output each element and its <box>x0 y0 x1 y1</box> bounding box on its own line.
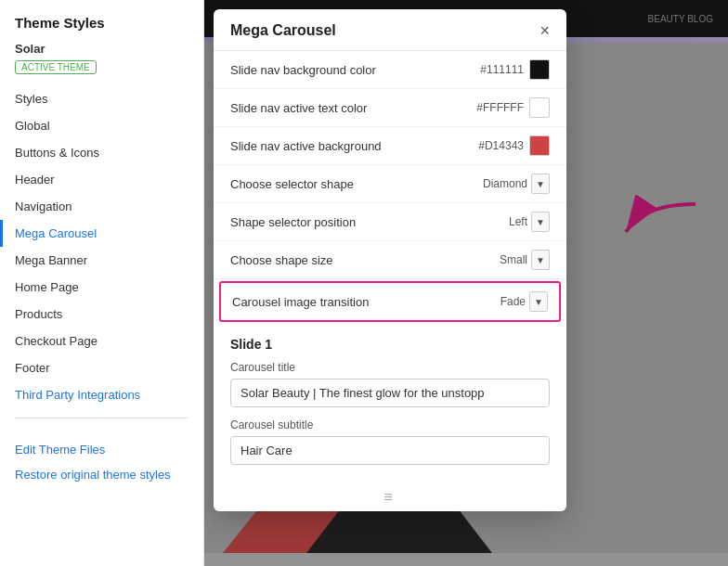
carousel-title-label: Carousel title <box>230 361 550 374</box>
sidebar-item-styles[interactable]: Styles <box>0 85 203 112</box>
setting-value-nav-active-text: #FFFFFF <box>476 97 550 118</box>
sidebar-divider <box>15 418 188 418</box>
setting-value-selector-position: Left ▼ <box>509 212 550 232</box>
sidebar-item-home-page[interactable]: Home Page <box>0 274 203 301</box>
setting-label-nav-bg-color: Slide nav background color <box>230 63 480 77</box>
setting-value-selector-shape: Diamond ▼ <box>483 174 550 194</box>
setting-label-shape-size: Choose shape size <box>230 253 500 267</box>
setting-label-nav-active-bg: Slide nav active background <box>230 139 478 153</box>
color-swatch-nav-active-text[interactable] <box>529 97 550 118</box>
sidebar-footer-links: Edit Theme Files Restore original theme … <box>0 428 203 496</box>
hex-value-nav-bg-color: #111111 <box>480 63 524 76</box>
modal-close-button[interactable]: × <box>540 22 550 39</box>
setting-value-image-transition: Fade ▼ <box>500 291 548 312</box>
hex-value-nav-active-bg: #D14343 <box>478 139 524 152</box>
sidebar-item-global[interactable]: Global <box>0 112 203 139</box>
setting-row-nav-bg-color: Slide nav background color #111111 <box>214 51 566 89</box>
modal-title: Mega Carousel <box>230 22 336 39</box>
slide-section: Slide 1 Carousel title Carousel subtitle <box>214 324 566 483</box>
sidebar-item-mega-banner[interactable]: Mega Banner <box>0 247 203 274</box>
sidebar-item-navigation[interactable]: Navigation <box>0 193 203 220</box>
select-text-selector-position: Left <box>509 215 527 228</box>
sidebar-item-header[interactable]: Header <box>0 166 203 193</box>
restore-theme-styles-link[interactable]: Restore original theme styles <box>0 462 203 487</box>
hex-value-nav-active-text: #FFFFFF <box>476 101 524 114</box>
dropdown-arrow-shape-size[interactable]: ▼ <box>531 250 550 270</box>
dropdown-arrow-selector-shape[interactable]: ▼ <box>531 174 550 194</box>
drag-handle[interactable]: ≡ <box>214 483 566 511</box>
carousel-subtitle-input[interactable] <box>230 436 550 465</box>
active-theme-badge: ACTIVE THEME <box>15 60 97 74</box>
sidebar-item-footer[interactable]: Footer <box>0 354 203 381</box>
setting-value-nav-active-bg: #D14343 <box>478 135 550 156</box>
sidebar-item-mega-carousel[interactable]: Mega Carousel <box>0 220 203 247</box>
setting-label-nav-active-text: Slide nav active text color <box>230 101 476 115</box>
dropdown-arrow-image-transition[interactable]: ▼ <box>529 291 548 312</box>
modal-header: Mega Carousel × <box>214 9 566 51</box>
sidebar: Theme Styles Solar ACTIVE THEME Styles G… <box>0 0 204 566</box>
main-content: P ▾ BEAUTY BLOG HEALTH & <box>204 0 728 566</box>
select-text-image-transition: Fade <box>500 295 526 308</box>
modal-overlay: Mega Carousel × Slide nav background col… <box>204 0 728 566</box>
sidebar-item-buttons-icons[interactable]: Buttons & Icons <box>0 139 203 166</box>
color-swatch-nav-active-bg[interactable] <box>529 135 550 156</box>
sidebar-title: Theme Styles <box>0 15 203 42</box>
mega-carousel-modal: Mega Carousel × Slide nav background col… <box>214 9 566 511</box>
sidebar-item-third-party[interactable]: Third Party Integrations <box>0 381 203 408</box>
setting-value-shape-size: Small ▼ <box>500 250 550 270</box>
setting-row-selector-position: Shape selector position Left ▼ <box>214 203 566 241</box>
setting-row-nav-active-bg: Slide nav active background #D14343 <box>214 127 566 165</box>
edit-theme-files-link[interactable]: Edit Theme Files <box>0 437 203 462</box>
setting-value-nav-bg-color: #111111 <box>480 59 550 80</box>
setting-label-selector-shape: Choose selector shape <box>230 177 483 191</box>
sidebar-item-products[interactable]: Products <box>0 301 203 328</box>
dropdown-arrow-selector-position[interactable]: ▼ <box>531 212 550 232</box>
modal-body: Slide nav background color #111111 Slide… <box>214 51 566 511</box>
sidebar-nav: Styles Global Buttons & Icons Header Nav… <box>0 85 203 408</box>
carousel-subtitle-label: Carousel subtitle <box>230 418 550 431</box>
sidebar-item-checkout-page[interactable]: Checkout Page <box>0 328 203 354</box>
select-text-selector-shape: Diamond <box>483 177 527 190</box>
setting-row-shape-size: Choose shape size Small ▼ <box>214 241 566 279</box>
color-swatch-nav-bg[interactable] <box>529 59 550 80</box>
setting-row-selector-shape: Choose selector shape Diamond ▼ <box>214 165 566 203</box>
theme-name: Solar <box>0 42 203 59</box>
setting-label-selector-position: Shape selector position <box>230 215 509 229</box>
drag-handle-icon: ≡ <box>384 489 396 505</box>
setting-label-image-transition: Carousel image transition <box>232 295 500 309</box>
select-text-shape-size: Small <box>500 253 527 266</box>
setting-row-nav-active-text: Slide nav active text color #FFFFFF <box>214 89 566 127</box>
setting-row-image-transition: Carousel image transition Fade ▼ <box>219 281 561 322</box>
slide-section-title: Slide 1 <box>230 337 550 352</box>
carousel-title-input[interactable] <box>230 379 550 407</box>
